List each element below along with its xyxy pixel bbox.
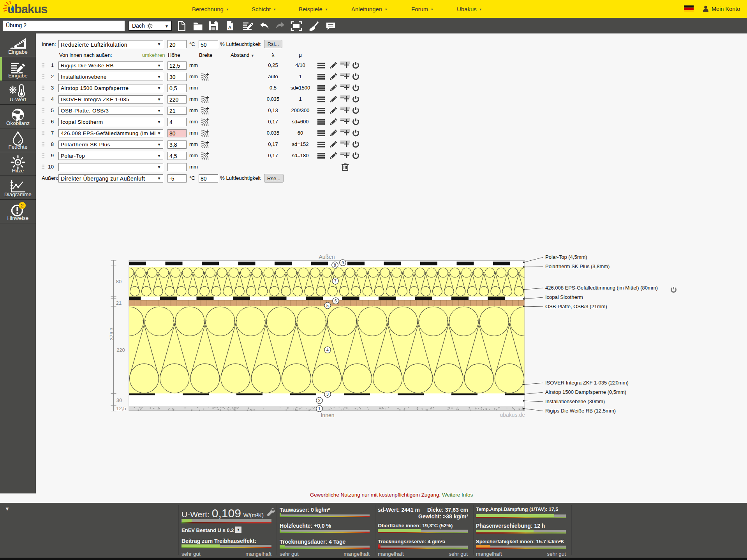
- svg-text:426.008 EPS-Gefälledämmung (im: 426.008 EPS-Gefälledämmung (im Mittel) (…: [545, 285, 658, 291]
- svg-text:Innen: Innen: [321, 412, 334, 418]
- svg-text:8: 8: [334, 263, 336, 267]
- svg-text:ISOVER Integra ZKF 1-035 (220m: ISOVER Integra ZKF 1-035 (220mm): [545, 380, 629, 386]
- svg-text:Außen: Außen: [319, 254, 335, 260]
- svg-text:Icopal Sicotherm: Icopal Sicotherm: [545, 294, 583, 300]
- svg-text:30: 30: [116, 397, 122, 403]
- svg-text:376,3: 376,3: [109, 328, 115, 341]
- svg-text:220: 220: [116, 347, 125, 353]
- svg-text:6: 6: [335, 298, 337, 303]
- svg-text:9: 9: [342, 260, 344, 265]
- svg-text:80: 80: [116, 279, 122, 284]
- svg-text:3: 3: [326, 392, 329, 397]
- svg-text:5: 5: [326, 303, 329, 308]
- svg-text:Airstop 1500 Dampfsperrre (0,5: Airstop 1500 Dampfsperrre (0,5mm): [545, 389, 626, 395]
- svg-text:Polartherm SK Plus (3,8mm): Polartherm SK Plus (3,8mm): [545, 263, 610, 269]
- svg-text:Rigips Die Weiße RB (12,5mm): Rigips Die Weiße RB (12,5mm): [545, 408, 616, 414]
- svg-text:ubakus.de: ubakus.de: [500, 412, 525, 418]
- svg-text:7: 7: [334, 279, 337, 283]
- svg-text:OSB-Platte, OSB/3 (21mm): OSB-Platte, OSB/3 (21mm): [545, 304, 607, 309]
- svg-text:Polar-Top (4,5mm): Polar-Top (4,5mm): [545, 254, 587, 260]
- svg-text:21: 21: [116, 300, 122, 306]
- svg-text:1: 1: [318, 406, 321, 411]
- svg-text:2: 2: [318, 398, 321, 403]
- svg-text:12,5: 12,5: [116, 406, 126, 411]
- svg-text:Installationsebene (30mm): Installationsebene (30mm): [545, 398, 605, 404]
- svg-text:4: 4: [326, 348, 329, 352]
